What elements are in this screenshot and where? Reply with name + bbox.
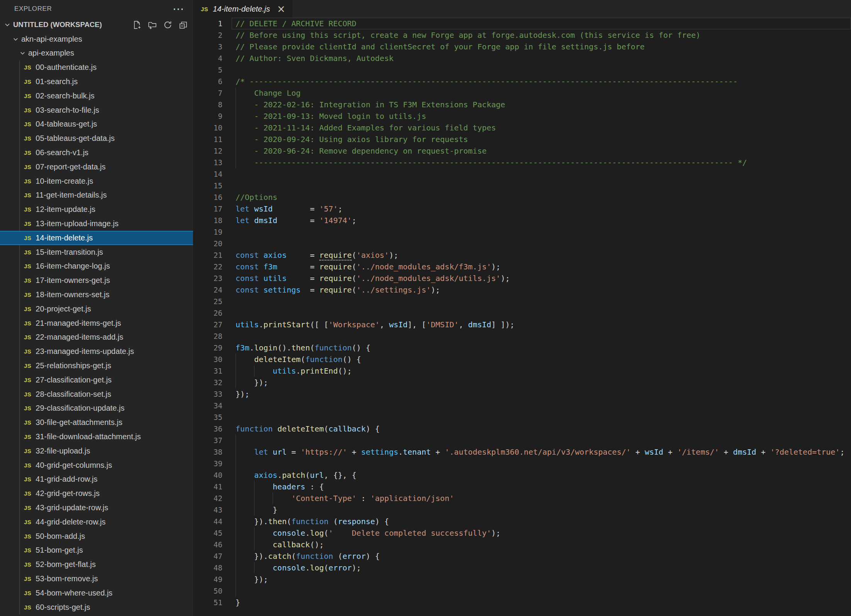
code-line[interactable]: 51} — [193, 597, 851, 608]
file-row[interactable]: JS22-managed-items-add.js — [0, 330, 193, 345]
file-row[interactable]: JS12-item-update.js — [0, 202, 193, 217]
code-line[interactable]: 15 — [193, 180, 851, 191]
file-row[interactable]: JS60-scripts-get.js — [0, 600, 193, 614]
file-row[interactable]: JS15-item-transition.js — [0, 245, 193, 259]
code-line[interactable]: 44 }).then(function (response) { — [193, 516, 851, 527]
code-line[interactable]: 48 console.log(error); — [193, 562, 851, 574]
code-line[interactable]: 22const f3m = require('../node_modules_a… — [193, 261, 851, 272]
code-line[interactable]: 3// Please provide clientId and clientSe… — [193, 41, 851, 52]
code-line[interactable]: 29f3m.login().then(function() { — [193, 342, 851, 354]
code-line[interactable]: 45 console.log(' Delete completed succes… — [193, 527, 851, 539]
file-row[interactable]: JS44-grid-delete-row.js — [0, 515, 193, 529]
file-row[interactable]: JS29-classification-update.js — [0, 401, 193, 416]
code-line[interactable]: 10 - 2021-11-14: Added Examples for vari… — [193, 122, 851, 134]
code-line[interactable]: 41 headers : { — [193, 481, 851, 492]
file-row[interactable]: JS10-item-create.js — [0, 174, 193, 188]
code-line[interactable]: 9 - 2021-09-13: Moved login to utils.js — [193, 110, 851, 122]
code-line[interactable]: 24const settings = require('../settings.… — [193, 284, 851, 296]
file-row[interactable]: JS40-grid-get-columns.js — [0, 458, 193, 472]
code-line[interactable]: 35 — [193, 411, 851, 423]
code-line[interactable]: 39 — [193, 458, 851, 469]
close-icon[interactable]: × — [277, 4, 285, 14]
folder-row-akn-api-examples[interactable]: akn-api-examples — [0, 32, 193, 46]
code-line[interactable]: 28 — [193, 330, 851, 342]
code-line[interactable]: 19 — [193, 226, 851, 238]
file-row[interactable]: JS27-classification-get.js — [0, 373, 193, 387]
file-row[interactable]: JS31-file-download-attachment.js — [0, 430, 193, 444]
code-line[interactable]: 7 Change Log — [193, 87, 851, 99]
code-line[interactable]: 30 deleteItem(function() { — [193, 354, 851, 365]
code-line[interactable]: 23const utils = require('../node_modules… — [193, 272, 851, 284]
more-actions-icon[interactable]: ⋯ — [173, 5, 185, 13]
code-line[interactable]: 47 }).catch(function (error) { — [193, 550, 851, 562]
code-line[interactable]: 34 — [193, 400, 851, 411]
file-row[interactable]: JS20-project-get.js — [0, 302, 193, 316]
file-row[interactable]: JS53-bom-remove.js — [0, 572, 193, 586]
file-row[interactable]: JS04-tableaus-get.js — [0, 117, 193, 132]
code-line[interactable]: 20 — [193, 238, 851, 249]
file-row[interactable]: JS23-managed-items-update.js — [0, 344, 193, 359]
code-line[interactable]: 18let dmsId = '14974'; — [193, 215, 851, 226]
code-line[interactable]: 40 axios.patch(url, {}, { — [193, 469, 851, 481]
code-line[interactable]: 25 — [193, 296, 851, 307]
file-row[interactable]: JS50-bom-add.js — [0, 529, 193, 543]
file-row[interactable]: JS05-tableaus-get-data.js — [0, 131, 193, 146]
code-line[interactable]: 33}); — [193, 388, 851, 400]
file-row[interactable]: JS03-search-to-file.js — [0, 103, 193, 117]
file-row[interactable]: JS28-classification-set.js — [0, 387, 193, 401]
new-folder-icon[interactable] — [148, 20, 157, 29]
file-row[interactable]: JS00-authenticate.js — [0, 60, 193, 74]
file-row[interactable]: JS21-managed-items-get.js — [0, 316, 193, 330]
file-row[interactable]: JS01-search.js — [0, 74, 193, 89]
code-line[interactable]: 17let wsId = '57'; — [193, 203, 851, 215]
file-row[interactable]: JS16-item-change-log.js — [0, 259, 193, 274]
code-line[interactable]: 21const axios = require('axios'); — [193, 249, 851, 261]
code-line[interactable]: 38 let url = 'https://' + settings.tenan… — [193, 446, 851, 458]
folder-row-api-examples[interactable]: api-examples — [0, 46, 193, 61]
code-line[interactable]: 43 } — [193, 504, 851, 516]
file-row[interactable]: JS06-search-v1.js — [0, 146, 193, 160]
file-row[interactable]: JS07-report-get-data.js — [0, 160, 193, 174]
file-row[interactable]: JS13-item-upload-image.js — [0, 217, 193, 231]
code-line[interactable]: 2// Before using this script, create a n… — [193, 29, 851, 41]
code-line[interactable]: 32 }); — [193, 377, 851, 388]
file-row[interactable]: JS32-file-upload.js — [0, 444, 193, 458]
file-row[interactable]: JS52-bom-get-flat.js — [0, 557, 193, 572]
file-row[interactable]: JS42-grid-get-rows.js — [0, 486, 193, 501]
code-line[interactable]: 50 — [193, 585, 851, 597]
file-row[interactable]: JS30-file-get-attachments.js — [0, 415, 193, 430]
file-row[interactable]: JS11-get-item-details.js — [0, 188, 193, 203]
code-line[interactable]: 31 utils.printEnd(); — [193, 365, 851, 377]
code-line[interactable]: 26 — [193, 307, 851, 319]
code-line[interactable]: 11 - 2020-09-24: Using axios library for… — [193, 134, 851, 145]
code-line[interactable]: 6/* ------------------------------------… — [193, 76, 851, 87]
file-row[interactable]: JS14-item-delete.js — [0, 231, 193, 245]
file-row[interactable]: JS02-search-bulk.js — [0, 89, 193, 103]
refresh-icon[interactable] — [163, 20, 172, 29]
file-row[interactable]: JS51-bom-get.js — [0, 543, 193, 557]
file-row[interactable]: JS18-item-owners-set.js — [0, 288, 193, 302]
code-line[interactable]: 42 'Content-Type' : 'application/json' — [193, 492, 851, 504]
code-line[interactable]: 14 — [193, 168, 851, 180]
code-line[interactable]: 27utils.printStart([ ['Workspace', wsId]… — [193, 319, 851, 330]
code-line[interactable]: 8 - 2022-02-16: Integration in TS F3M Ex… — [193, 99, 851, 110]
file-row[interactable]: JS41-grid-add-row.js — [0, 472, 193, 487]
code-line[interactable]: 36function deleteItem(callback) { — [193, 423, 851, 435]
code-line[interactable]: 12 - 2020-96-24: Remove dependency on re… — [193, 145, 851, 157]
code-line[interactable]: 5 — [193, 64, 851, 76]
code-line[interactable]: 1// DELETE / ARCHIVE RECORD — [193, 18, 851, 29]
workspace-row[interactable]: UNTITLED (WORKSPACE) — [0, 18, 193, 32]
code-line[interactable]: 4// Author: Sven Dickmans, Autodesk — [193, 52, 851, 64]
code-line[interactable]: 37 — [193, 435, 851, 446]
file-row[interactable]: JS43-grid-update-row.js — [0, 501, 193, 515]
code-line[interactable]: 46 callback(); — [193, 539, 851, 550]
new-file-icon[interactable] — [132, 20, 141, 29]
file-row[interactable]: JS17-item-owners-get.js — [0, 273, 193, 288]
file-row[interactable]: JS54-bom-where-used.js — [0, 586, 193, 600]
code-line[interactable]: 13 -------------------------------------… — [193, 157, 851, 168]
file-row[interactable]: JS25-relationships-get.js — [0, 359, 193, 373]
code-line[interactable]: 49 }); — [193, 574, 851, 585]
collapse-all-icon[interactable] — [179, 20, 188, 29]
code-line[interactable]: 16//Options — [193, 191, 851, 203]
tab-14-item-delete[interactable]: JS 14-item-delete.js × — [193, 0, 292, 18]
